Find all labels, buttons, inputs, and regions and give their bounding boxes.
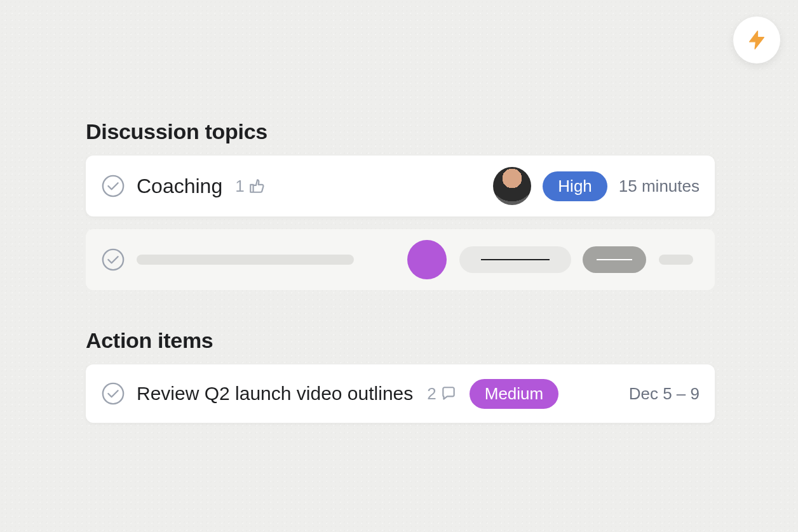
like-count: 1 — [235, 176, 244, 196]
task-title-placeholder — [137, 255, 354, 265]
svg-point-0 — [103, 176, 123, 196]
automation-button[interactable] — [733, 17, 780, 63]
action-item-row[interactable]: Review Q2 launch video outlines 2 Medium… — [86, 364, 715, 423]
main-content: Discussion topics Coaching 1 High 15 min… — [86, 119, 715, 436]
svg-point-2 — [103, 383, 123, 404]
comments-group[interactable]: 2 — [427, 384, 456, 404]
thumbs-up-icon — [248, 178, 265, 194]
task-title: Coaching — [137, 175, 222, 198]
priority-badge-placeholder[interactable] — [459, 246, 571, 273]
meta-placeholder — [659, 255, 693, 265]
secondary-badge-placeholder[interactable] — [583, 246, 646, 273]
assignee-avatar-placeholder[interactable] — [407, 240, 447, 279]
priority-badge-medium[interactable]: Medium — [470, 379, 558, 409]
task-title: Review Q2 launch video outlines — [137, 383, 413, 404]
date-range-label: Dec 5 – 9 — [629, 384, 700, 404]
assignee-avatar[interactable] — [493, 167, 531, 205]
duration-label: 15 minutes — [607, 176, 700, 196]
discussion-topics-heading: Discussion topics — [86, 119, 715, 144]
discussion-topic-placeholder-row[interactable] — [86, 229, 715, 290]
discussion-topic-row[interactable]: Coaching 1 High 15 minutes — [86, 156, 715, 216]
action-items-heading: Action items — [86, 328, 715, 353]
priority-badge-high[interactable]: High — [543, 171, 607, 201]
complete-checkbox[interactable] — [101, 382, 125, 406]
like-group[interactable]: 1 — [235, 176, 264, 196]
complete-checkbox[interactable] — [101, 174, 125, 198]
comment-count: 2 — [427, 384, 436, 404]
lightning-icon — [746, 29, 768, 51]
svg-point-1 — [103, 249, 123, 270]
complete-checkbox[interactable] — [101, 248, 125, 272]
chat-bubble-icon — [440, 385, 457, 402]
